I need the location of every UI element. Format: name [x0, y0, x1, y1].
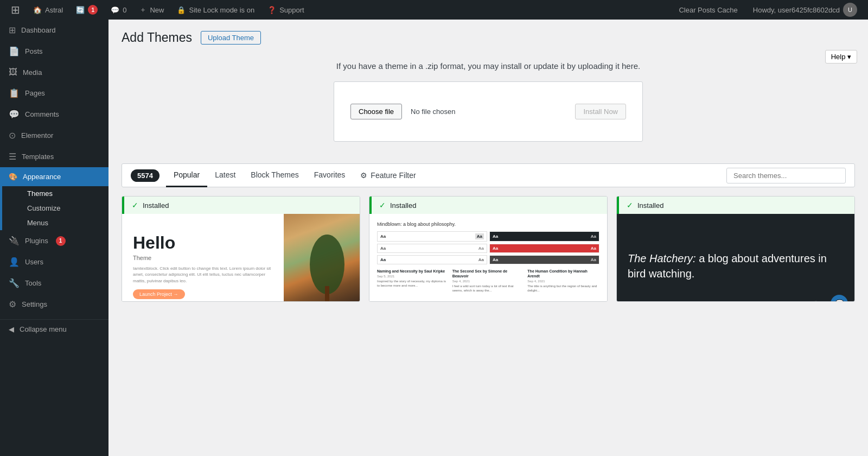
- lock-icon: 🔒: [177, 6, 186, 14]
- comments-link[interactable]: 💬 0: [104, 0, 133, 20]
- sidebar-item-label: Plugins: [25, 237, 48, 245]
- site-name-label: Astral: [45, 6, 63, 14]
- upload-info-text: If you have a theme in a .zip format, yo…: [122, 61, 855, 71]
- refresh-icon: 🔄: [76, 6, 85, 14]
- sidebar-item-label: Elementor: [21, 131, 53, 140]
- help-button[interactable]: Help ▾: [825, 50, 857, 64]
- check-icon: ✓: [132, 201, 138, 210]
- tab-popular[interactable]: Popular: [166, 164, 207, 187]
- hello-theme-preview: Hello Theme Iamtextblock. Click edit but…: [122, 214, 360, 302]
- support-link[interactable]: ❓ Support: [261, 0, 311, 20]
- sidebar-item-comments[interactable]: 💬 Comments: [0, 104, 108, 125]
- elementor-icon: ⊙: [9, 130, 16, 141]
- tab-latest[interactable]: Latest: [207, 164, 243, 187]
- theme-card-hello: ✓ Installed Hello Theme Iamtextblock. Cl…: [122, 196, 360, 302]
- install-now-label: Install Now: [583, 107, 618, 116]
- sidebar-item-media[interactable]: 🖼 Media: [0, 62, 108, 83]
- site-name-link[interactable]: 🏠 Astral: [27, 0, 69, 20]
- hello-launch-btn[interactable]: Launch Project →: [133, 289, 185, 299]
- tab-favorites[interactable]: Favorites: [307, 164, 353, 187]
- mindblown-title: Mindblown: a blog about philosophy.: [377, 221, 599, 227]
- check-icon: ✓: [379, 201, 386, 210]
- svg-rect-1: [325, 286, 329, 302]
- hello-subtitle: Theme: [133, 255, 273, 261]
- article-3: The Human Condition by Hannah Arendt Sep…: [527, 269, 599, 293]
- installed-label: Installed: [637, 201, 663, 210]
- color-grid: Aa Aa Aa Aa Aa Aa Aa Aa: [377, 231, 599, 264]
- comments-icon: 💬: [9, 109, 20, 119]
- theme-installed-bar: ✓ Installed: [122, 197, 360, 214]
- page-title: Add Themes: [122, 30, 192, 45]
- hello-description: Iamtextblock. Click edit button to chang…: [133, 265, 273, 284]
- question-icon: ❓: [267, 6, 276, 14]
- theme-card-hatchery: ✓ Installed The Hatchery: a blog about a…: [616, 196, 855, 302]
- clear-cache-link[interactable]: Clear Posts Cache: [672, 0, 744, 20]
- installed-label: Installed: [390, 201, 416, 210]
- user-avatar: U: [843, 3, 857, 17]
- sidebar-item-pages[interactable]: 📋 Pages: [0, 83, 108, 104]
- posts-icon: 📄: [9, 46, 20, 56]
- templates-icon: ☰: [9, 151, 16, 162]
- gear-icon: ⚙: [360, 171, 367, 180]
- mindblown-articles: Naming and Necessity by Saul Kripke Sep …: [377, 269, 599, 293]
- hello-left: Hello Theme Iamtextblock. Click edit but…: [122, 223, 284, 302]
- sidebar-subitem-themes[interactable]: Themes: [2, 186, 108, 201]
- sidebar-item-dashboard[interactable]: ⊞ Dashboard: [0, 20, 108, 41]
- install-now-button[interactable]: Install Now: [575, 104, 626, 119]
- home-icon: 🏠: [33, 6, 42, 14]
- hello-title: Hello: [133, 233, 273, 252]
- theme-installed-bar: ✓ Installed: [369, 197, 607, 214]
- site-lock-status[interactable]: 🔒 Site Lock mode is on: [170, 0, 261, 20]
- sidebar-item-posts[interactable]: 📄 Posts: [0, 41, 108, 62]
- clear-cache-label: Clear Posts Cache: [679, 6, 737, 14]
- no-file-text: No file chosen: [411, 107, 566, 116]
- tab-block-themes[interactable]: Block Themes: [243, 164, 306, 187]
- sidebar-item-appearance[interactable]: 🎨 Appearance: [0, 167, 108, 186]
- settings-icon: ⚙: [9, 299, 16, 309]
- feature-filter-label: Feature Filter: [371, 171, 416, 180]
- article-2: The Second Sex by Simone de Beauvoir Sep…: [452, 269, 525, 293]
- support-label: Support: [279, 6, 304, 14]
- collapse-label: Collapse menu: [20, 325, 67, 333]
- new-content-link[interactable]: ＋ New: [133, 0, 170, 20]
- users-icon: 👤: [9, 257, 20, 267]
- upload-theme-button[interactable]: Upload Theme: [201, 31, 261, 45]
- article-1: Naming and Necessity by Saul Kripke Sep …: [377, 269, 449, 293]
- menus-label: Menus: [27, 219, 48, 227]
- sidebar-subitem-menus[interactable]: Menus: [2, 216, 108, 230]
- svg-point-0: [310, 235, 344, 294]
- sidebar-item-label: Posts: [25, 47, 43, 55]
- plus-icon: ＋: [139, 5, 146, 15]
- sidebar-item-users[interactable]: 👤 Users: [0, 251, 108, 273]
- collapse-menu-button[interactable]: ◀ Collapse menu: [0, 319, 108, 339]
- wp-logo[interactable]: ⊞: [4, 0, 27, 20]
- choose-file-button[interactable]: Choose file: [350, 104, 402, 119]
- dashboard-icon: ⊞: [9, 25, 16, 35]
- sidebar-item-label: Comments: [25, 110, 59, 118]
- upload-box: Choose file No file chosen Install Now: [334, 81, 643, 142]
- sidebar-item-settings[interactable]: ⚙ Settings: [0, 294, 108, 315]
- sidebar-item-tools[interactable]: 🔧 Tools: [0, 273, 108, 294]
- hatchery-text: The Hatchery: a blog about adventures in…: [628, 251, 844, 281]
- sidebar-item-templates[interactable]: ☰ Templates: [0, 146, 108, 167]
- sidebar-item-label: Media: [23, 68, 42, 77]
- appearance-icon: 🎨: [9, 173, 17, 181]
- sidebar-item-elementor[interactable]: ⊙ Elementor: [0, 125, 108, 146]
- updates-link[interactable]: 🔄 1: [69, 0, 104, 20]
- tab-feature-filter[interactable]: ⚙ Feature Filter: [353, 164, 423, 186]
- sidebar-item-label: Users: [25, 258, 43, 266]
- sidebar-item-label: Appearance: [23, 173, 61, 181]
- howdy-label: Howdy, user6425fc8602dcd: [753, 6, 840, 14]
- search-themes-input[interactable]: [726, 168, 846, 183]
- updates-count: 1: [88, 5, 98, 15]
- sidebar-item-label: Pages: [25, 89, 45, 97]
- site-lock-label: Site Lock mode is on: [189, 6, 254, 14]
- media-icon: 🖼: [9, 67, 17, 77]
- hello-right: [284, 214, 360, 302]
- sidebar-item-plugins[interactable]: 🔌 Plugins 1: [0, 230, 108, 251]
- tools-icon: 🔧: [9, 278, 20, 288]
- wp-icon: ⊞: [11, 3, 20, 16]
- sidebar-subitem-customize[interactable]: Customize: [2, 201, 108, 216]
- comments-count: 0: [123, 6, 126, 14]
- howdy-user-link[interactable]: Howdy, user6425fc8602dcd U: [746, 0, 864, 20]
